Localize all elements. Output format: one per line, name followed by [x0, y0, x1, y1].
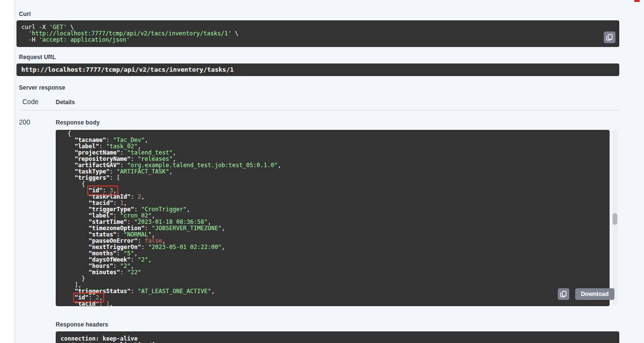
server-response-section: Server response Code Details 200 Respons…: [16, 84, 619, 343]
details-column-header: Details: [56, 99, 75, 106]
response-headers-code: connection: keep-alivecontent-type: appl…: [61, 336, 614, 343]
clipboard-icon: [606, 34, 613, 41]
response-body-actions: Download: [558, 288, 614, 300]
copy-response-button[interactable]: [558, 288, 569, 300]
clipboard-icon: [560, 291, 567, 297]
code-column-header: Code: [16, 98, 56, 106]
response-body-code: { "tacname": "Tac_Dev", "label": "task_0…: [61, 131, 605, 306]
response-table-header: Code Details: [16, 98, 619, 106]
response-body-block[interactable]: { "tacname": "Tac_Dev", "label": "task_0…: [56, 130, 610, 306]
request-url-value: http://localhost:7777/tcmp/api/v2/tacs/i…: [16, 63, 619, 76]
operation-panel: Curl curl -X 'GET' \ 'http://localhost:7…: [15, 0, 644, 343]
curl-section: Curl curl -X 'GET' \ 'http://localhost:7…: [16, 11, 619, 47]
copy-curl-button[interactable]: [604, 31, 615, 43]
response-body-wrap: { "tacname": "Tac_Dev", "label": "task_0…: [56, 130, 610, 306]
response-body-scrollbar[interactable]: [613, 130, 617, 306]
swagger-response-page: Curl curl -X 'GET' \ 'http://localhost:7…: [0, 0, 644, 343]
download-button[interactable]: Download: [575, 288, 614, 300]
curl-command-code: curl -X 'GET' \ 'http://localhost:7777/t…: [21, 24, 614, 43]
response-headers-label: Response headers: [56, 312, 619, 328]
response-body-label: Response body: [56, 110, 619, 126]
response-row: 200 Response body { "tacname": "Tac_Dev"…: [16, 110, 619, 343]
curl-command-block: curl -X 'GET' \ 'http://localhost:7777/t…: [16, 20, 619, 47]
response-headers-block: connection: keep-alivecontent-type: appl…: [56, 331, 619, 343]
request-url-label: Request URL: [19, 54, 619, 61]
status-code: 200: [16, 110, 56, 343]
curl-label: Curl: [19, 11, 619, 17]
annotation-mark-icon: [634, 0, 640, 2]
scrollbar-thumb[interactable]: [613, 213, 617, 225]
server-response-label: Server response: [19, 84, 619, 91]
request-url-section: Request URL http://localhost:7777/tcmp/a…: [16, 54, 619, 76]
response-details: Response body { "tacname": "Tac_Dev", "l…: [56, 110, 619, 343]
